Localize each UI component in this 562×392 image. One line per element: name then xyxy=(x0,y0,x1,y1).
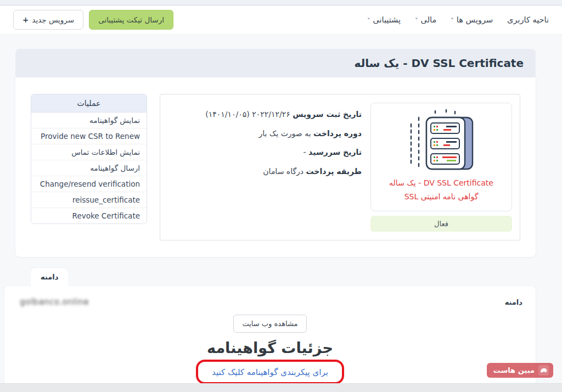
certificate-details-heading: جزئیات گواهینامه xyxy=(4,339,536,356)
nav-item-label: مالی xyxy=(421,15,437,24)
client-area-page: { "icons": { "chevron_down": "˅", "plus"… xyxy=(0,0,562,392)
detail-value: به صورت یک بار xyxy=(258,129,311,138)
nav-item-label: ناحیه کاربری xyxy=(507,15,549,24)
op-revoke-certificate[interactable]: Revoke Certificate xyxy=(31,208,147,223)
ssl-server-illustration xyxy=(400,109,482,173)
domain-section: دامنه دامنه golbanco.online مشاهده وب سا… xyxy=(15,268,536,392)
configure-certificate-link[interactable]: برای پیکربندی گواهینامه کلیک کنید xyxy=(212,367,328,377)
detail-value: - xyxy=(304,148,306,156)
tab-row: دامنه xyxy=(15,268,536,286)
open-ticket-button[interactable]: ارسال تیکت پشتیبانی xyxy=(89,10,173,30)
browser-top-strip xyxy=(0,0,562,5)
product-card: DV SSL Certificate - یک ساله گواهی نامه … xyxy=(370,103,512,211)
detail-label: تاریخ سررسید xyxy=(308,148,362,156)
main-navbar: ناحیه کاربری سرویس ها ˅ مالی ˅ پشتیبانی … xyxy=(0,5,562,35)
op-change-resend-verification[interactable]: Change/resend verification xyxy=(31,176,147,192)
op-reissue-certificate[interactable]: reissue_certificate xyxy=(31,192,147,208)
nav-links: ناحیه کاربری سرویس ها ˅ مالی ˅ پشتیبانی … xyxy=(367,15,549,24)
red-highlight-annotation: برای پیکربندی گواهینامه کلیک کنید xyxy=(196,360,344,384)
detail-registration-date: تاریخ ثبت سرویس ۲۰۲۲/۱۲/۲۶ (۱۴۰۱/۱۰/۰۵) xyxy=(168,109,362,120)
detail-label: دوره پرداخت xyxy=(313,129,362,138)
op-show-certificate[interactable]: نمایش گواهینامه xyxy=(31,113,147,128)
op-send-certificate[interactable]: ارسال گواهینامه xyxy=(31,160,147,176)
operations-header: عملیات xyxy=(31,94,147,113)
domain-card: دامنه golbanco.online مشاهده وب سایت جزئ… xyxy=(4,286,536,392)
nav-item-support[interactable]: پشتیبانی ˅ xyxy=(367,15,401,24)
plus-icon: + xyxy=(23,15,29,24)
domain-row: دامنه golbanco.online xyxy=(4,295,536,315)
status-badge: فعال xyxy=(370,216,512,232)
operations-list: نمایش گواهینامه Provide new CSR to Renew… xyxy=(31,113,147,223)
watermark-text: مبین هاست xyxy=(493,366,535,374)
op-provide-csr[interactable]: Provide new CSR to Renew xyxy=(31,128,147,144)
chevron-down-icon: ˅ xyxy=(451,17,454,24)
detail-due-date: تاریخ سررسید - xyxy=(168,147,362,158)
nav-action-buttons: ارسال تیکت پشتیبانی سرویس جدید + xyxy=(13,10,173,30)
service-details: تاریخ ثبت سرویس ۲۰۲۲/۱۲/۲۶ (۱۴۰۱/۱۰/۰۵) … xyxy=(168,103,362,232)
new-service-label: سرویس جدید xyxy=(32,15,74,24)
chevron-down-icon: ˅ xyxy=(415,17,418,24)
chevron-down-icon: ˅ xyxy=(367,17,370,24)
nav-item-services[interactable]: سرویس ها ˅ xyxy=(451,15,493,24)
domain-value: golbanco.online xyxy=(20,297,89,307)
mobinhost-watermark: مبین هاست xyxy=(487,363,553,378)
view-website-button[interactable]: مشاهده وب سایت xyxy=(233,315,306,333)
detail-billing-cycle: دوره پرداخت به صورت یک بار xyxy=(168,128,362,139)
detail-payment-method: طریقه پرداخت درگاه سامان xyxy=(168,166,362,177)
page-title: DV SSL Certificate - یک ساله xyxy=(27,57,524,70)
service-info-box: DV SSL Certificate - یک ساله گواهی نامه … xyxy=(160,94,520,240)
page-body: DV SSL Certificate - یک ساله xyxy=(0,35,562,392)
bottom-scroll-band xyxy=(0,383,562,392)
product-details-card: DV SSL Certificate - یک ساله گواهی نامه … xyxy=(15,77,536,257)
nav-item-billing[interactable]: مالی ˅ xyxy=(415,15,436,24)
product-name: DV SSL Certificate - یک ساله xyxy=(375,177,507,189)
product-column: DV SSL Certificate - یک ساله گواهی نامه … xyxy=(370,103,512,232)
detail-value: ۲۰۲۲/۱۲/۲۶ (۱۴۰۱/۱۰/۰۵) xyxy=(205,110,290,119)
new-service-button[interactable]: سرویس جدید + xyxy=(13,10,83,30)
tab-domain[interactable]: دامنه xyxy=(31,268,68,286)
nav-item-label: سرویس ها xyxy=(457,15,493,24)
content-container: DV SSL Certificate - یک ساله xyxy=(15,49,536,392)
product-subtitle: گواهی نامه امنیتی SSL xyxy=(375,191,507,203)
nav-item-client-area[interactable]: ناحیه کاربری xyxy=(507,15,549,24)
detail-label: طریقه پرداخت xyxy=(306,167,362,176)
detail-value: درگاه سامان xyxy=(263,167,304,176)
detail-label: تاریخ ثبت سرویس xyxy=(293,110,362,119)
op-show-contact-info[interactable]: نمایش اطلاعات تماس xyxy=(31,144,147,160)
mobinhost-logo-icon xyxy=(538,365,549,376)
operations-panel: عملیات نمایش گواهینامه Provide new CSR t… xyxy=(31,94,147,224)
nav-item-label: پشتیبانی xyxy=(373,15,401,24)
certificate-center-zone: مشاهده وب سایت جزئیات گواهینامه برای پیک… xyxy=(4,315,536,384)
domain-column-label: دامنه xyxy=(505,298,522,306)
product-title-band: DV SSL Certificate - یک ساله xyxy=(15,49,536,77)
